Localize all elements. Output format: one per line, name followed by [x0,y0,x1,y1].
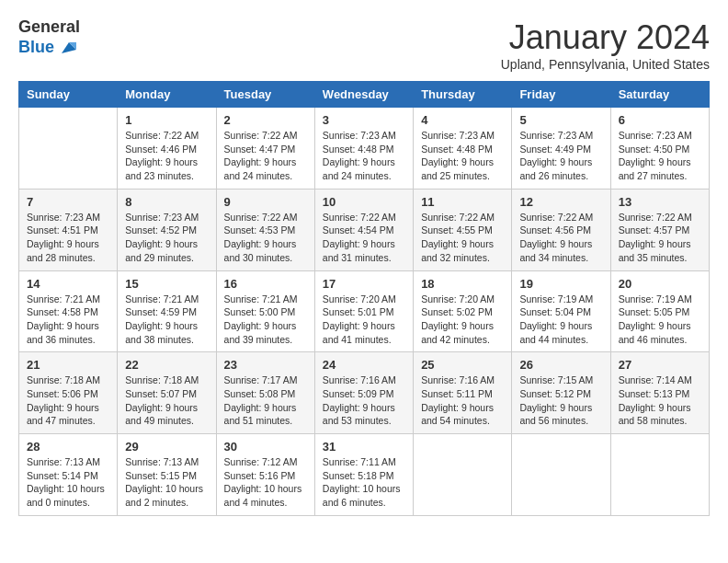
logo-general-text: General [18,18,80,37]
title-block: January 2024 Upland, Pennsylvania, Unite… [501,18,710,72]
calendar-cell: 16Sunrise: 7:21 AMSunset: 5:00 PMDayligh… [216,270,314,352]
calendar-week-row: 21Sunrise: 7:18 AMSunset: 5:06 PMDayligh… [19,352,710,434]
calendar-cell: 10Sunrise: 7:22 AMSunset: 4:54 PMDayligh… [314,189,413,270]
day-info: Sunrise: 7:23 AMSunset: 4:48 PMDaylight:… [323,129,405,183]
day-info: Sunrise: 7:17 AMSunset: 5:08 PMDaylight:… [224,373,307,428]
calendar-cell: 21Sunrise: 7:18 AMSunset: 5:06 PMDayligh… [19,352,118,434]
day-number: 8 [125,195,208,209]
calendar-cell: 7Sunrise: 7:23 AMSunset: 4:51 PMDaylight… [19,189,118,270]
day-number: 29 [125,440,208,454]
calendar-week-row: 28Sunrise: 7:13 AMSunset: 5:14 PMDayligh… [19,434,710,516]
calendar-cell: 31Sunrise: 7:11 AMSunset: 5:18 PMDayligh… [314,434,413,516]
page-header: General Blue January 2024 Upland, Pennsy… [18,18,710,72]
calendar-cell [512,434,610,516]
day-info: Sunrise: 7:21 AMSunset: 4:59 PMDaylight:… [125,293,208,347]
calendar-cell [414,434,512,516]
calendar-cell: 12Sunrise: 7:22 AMSunset: 4:56 PMDayligh… [512,189,610,270]
logo: General Blue [18,18,80,59]
day-number: 2 [224,113,307,127]
day-info: Sunrise: 7:22 AMSunset: 4:54 PMDaylight:… [323,211,405,265]
location-text: Upland, Pennsylvania, United States [501,57,710,72]
day-info: Sunrise: 7:14 AMSunset: 5:13 PMDaylight:… [619,373,701,428]
day-info: Sunrise: 7:16 AMSunset: 5:11 PMDaylight:… [421,373,504,428]
calendar-cell: 28Sunrise: 7:13 AMSunset: 5:14 PMDayligh… [19,434,118,516]
calendar-cell: 4Sunrise: 7:23 AMSunset: 4:48 PMDaylight… [414,108,512,190]
day-info: Sunrise: 7:23 AMSunset: 4:48 PMDaylight:… [421,129,504,183]
day-info: Sunrise: 7:12 AMSunset: 5:16 PMDaylight:… [224,455,307,510]
calendar-cell: 25Sunrise: 7:16 AMSunset: 5:11 PMDayligh… [414,352,512,434]
day-number: 13 [619,195,701,209]
calendar-cell [19,108,118,190]
calendar-cell: 24Sunrise: 7:16 AMSunset: 5:09 PMDayligh… [314,352,413,434]
day-number: 28 [27,440,109,454]
weekday-header-wednesday: Wednesday [314,82,413,108]
day-number: 27 [619,358,701,372]
logo-blue-text: Blue [18,39,54,57]
calendar-cell: 6Sunrise: 7:23 AMSunset: 4:50 PMDaylight… [610,108,709,190]
calendar-cell [610,434,709,516]
day-info: Sunrise: 7:20 AMSunset: 5:01 PMDaylight:… [323,293,405,347]
calendar-cell: 15Sunrise: 7:21 AMSunset: 4:59 PMDayligh… [118,270,216,352]
calendar-cell: 5Sunrise: 7:23 AMSunset: 4:49 PMDaylight… [512,108,610,190]
day-number: 30 [224,440,307,454]
day-info: Sunrise: 7:13 AMSunset: 5:15 PMDaylight:… [125,455,208,510]
day-number: 21 [27,358,109,372]
day-number: 10 [323,195,405,209]
day-number: 6 [619,113,701,127]
calendar-table: SundayMondayTuesdayWednesdayThursdayFrid… [18,81,710,516]
calendar-cell: 17Sunrise: 7:20 AMSunset: 5:01 PMDayligh… [314,270,413,352]
calendar-week-row: 7Sunrise: 7:23 AMSunset: 4:51 PMDaylight… [19,189,710,270]
day-info: Sunrise: 7:20 AMSunset: 5:02 PMDaylight:… [421,293,504,347]
day-number: 12 [519,195,602,209]
day-number: 23 [224,358,307,372]
day-number: 11 [421,195,504,209]
day-info: Sunrise: 7:22 AMSunset: 4:46 PMDaylight:… [125,129,208,183]
calendar-cell: 18Sunrise: 7:20 AMSunset: 5:02 PMDayligh… [414,270,512,352]
day-number: 16 [224,277,307,291]
day-info: Sunrise: 7:23 AMSunset: 4:49 PMDaylight:… [519,129,602,183]
day-info: Sunrise: 7:18 AMSunset: 5:06 PMDaylight:… [27,373,109,428]
day-number: 22 [125,358,208,372]
calendar-cell: 29Sunrise: 7:13 AMSunset: 5:15 PMDayligh… [118,434,216,516]
weekday-header-saturday: Saturday [610,82,709,108]
calendar-cell: 20Sunrise: 7:19 AMSunset: 5:05 PMDayligh… [610,270,709,352]
calendar-week-row: 1Sunrise: 7:22 AMSunset: 4:46 PMDaylight… [19,108,710,190]
day-number: 26 [519,358,602,372]
calendar-cell: 3Sunrise: 7:23 AMSunset: 4:48 PMDaylight… [314,108,413,190]
day-info: Sunrise: 7:23 AMSunset: 4:50 PMDaylight:… [619,129,701,183]
weekday-header-monday: Monday [118,82,216,108]
day-number: 17 [323,277,405,291]
calendar-cell: 30Sunrise: 7:12 AMSunset: 5:16 PMDayligh… [216,434,314,516]
calendar-cell: 27Sunrise: 7:14 AMSunset: 5:13 PMDayligh… [610,352,709,434]
calendar-cell: 22Sunrise: 7:18 AMSunset: 5:07 PMDayligh… [118,352,216,434]
calendar-cell: 26Sunrise: 7:15 AMSunset: 5:12 PMDayligh… [512,352,610,434]
day-number: 15 [125,277,208,291]
day-number: 19 [519,277,602,291]
day-number: 4 [421,113,504,127]
logo-icon [56,37,78,59]
calendar-cell: 13Sunrise: 7:22 AMSunset: 4:57 PMDayligh… [610,189,709,270]
calendar-cell: 11Sunrise: 7:22 AMSunset: 4:55 PMDayligh… [414,189,512,270]
day-info: Sunrise: 7:22 AMSunset: 4:56 PMDaylight:… [519,211,602,265]
weekday-header-friday: Friday [512,82,610,108]
calendar-cell: 14Sunrise: 7:21 AMSunset: 4:58 PMDayligh… [19,270,118,352]
calendar-cell: 9Sunrise: 7:22 AMSunset: 4:53 PMDaylight… [216,189,314,270]
weekday-header-tuesday: Tuesday [216,82,314,108]
day-number: 24 [323,358,405,372]
weekday-header-thursday: Thursday [414,82,512,108]
day-info: Sunrise: 7:19 AMSunset: 5:04 PMDaylight:… [519,293,602,347]
calendar-header-row: SundayMondayTuesdayWednesdayThursdayFrid… [19,82,710,108]
day-info: Sunrise: 7:21 AMSunset: 5:00 PMDaylight:… [224,293,307,347]
day-info: Sunrise: 7:21 AMSunset: 4:58 PMDaylight:… [27,293,109,347]
day-number: 20 [619,277,701,291]
day-info: Sunrise: 7:13 AMSunset: 5:14 PMDaylight:… [27,455,109,510]
day-number: 25 [421,358,504,372]
day-info: Sunrise: 7:22 AMSunset: 4:57 PMDaylight:… [619,211,701,265]
day-info: Sunrise: 7:15 AMSunset: 5:12 PMDaylight:… [519,373,602,428]
calendar-cell: 19Sunrise: 7:19 AMSunset: 5:04 PMDayligh… [512,270,610,352]
day-number: 18 [421,277,504,291]
day-info: Sunrise: 7:22 AMSunset: 4:47 PMDaylight:… [224,129,307,183]
calendar-cell: 1Sunrise: 7:22 AMSunset: 4:46 PMDaylight… [118,108,216,190]
calendar-cell: 2Sunrise: 7:22 AMSunset: 4:47 PMDaylight… [216,108,314,190]
day-info: Sunrise: 7:22 AMSunset: 4:53 PMDaylight:… [224,211,307,265]
